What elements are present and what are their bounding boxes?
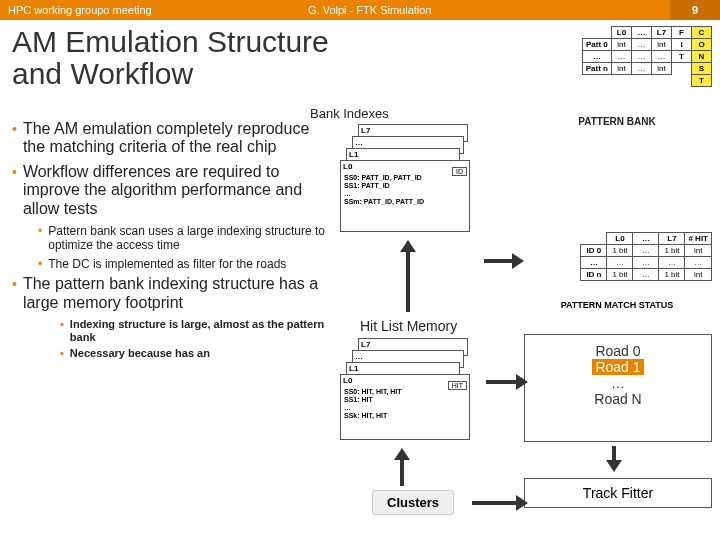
pm-row-dots: … xyxy=(581,257,607,269)
pb-row-dots: … xyxy=(582,51,611,63)
layer-l1: L1 xyxy=(349,150,358,159)
pm-cell: … xyxy=(633,269,659,281)
pb-col-dots: … xyxy=(632,27,652,39)
track-fitter-box: Track Fitter xyxy=(524,478,712,508)
pb-cell: int xyxy=(612,63,632,75)
ss-line: SS0: PATT_ID, PATT_ID xyxy=(344,174,466,182)
pm-col-l0: L0 xyxy=(607,233,633,245)
arrow-up-icon xyxy=(394,448,410,460)
pb-cell: … xyxy=(632,39,652,51)
pm-cell: 1 bit xyxy=(659,245,685,257)
layer-l0: L0 xyxy=(343,376,352,385)
pb-cell: int xyxy=(612,39,632,51)
title-line2: and Workflow xyxy=(12,57,193,90)
road-1: Road 1 xyxy=(592,359,643,375)
bullet-dot-icon: • xyxy=(12,275,17,312)
pm-cell: 1 bit xyxy=(607,245,633,257)
pm-cell: … xyxy=(633,245,659,257)
pattern-match-status-table: L0 … L7 # HIT ID 0 1 bit … 1 bit int … …… xyxy=(580,232,712,281)
pb-col-f: F xyxy=(672,27,692,39)
bullet-dot-icon: • xyxy=(60,318,64,344)
pb-col-s: S xyxy=(692,63,712,75)
pb-cell: int xyxy=(652,63,672,75)
bullet-3: The pattern bank indexing structure has … xyxy=(23,275,327,312)
pb-cell: … xyxy=(632,51,652,63)
header-bar: HPC working groupo meeting G. Volpi - FT… xyxy=(0,0,720,20)
pm-cell: … xyxy=(659,257,685,269)
clusters-box: Clusters xyxy=(372,490,454,515)
bullet-dot-icon: • xyxy=(12,163,17,218)
pm-col-dots: … xyxy=(633,233,659,245)
ss-line: SS1: PATT_ID xyxy=(344,182,466,190)
road-0: Road 0 xyxy=(525,343,711,359)
arrow-right-icon xyxy=(512,253,524,269)
ss-hit-list: SS0: HIT, HIT, HIT SS1: HIT … SSk: HIT, … xyxy=(344,388,466,420)
pb-col-c: C xyxy=(692,27,712,39)
pb-cell: int xyxy=(652,39,672,51)
arrow-up-icon xyxy=(400,240,416,252)
pattern-match-status-label: PATTERN MATCH STATUS xyxy=(522,300,712,310)
pb-col-t: T xyxy=(672,51,692,63)
title-line1: AM Emulation Structure xyxy=(12,25,329,58)
arrow-right-icon xyxy=(516,495,528,511)
header-center: G. Volpi - FTK Simulation xyxy=(228,4,712,16)
ss-line: SS0: HIT, HIT, HIT xyxy=(344,388,466,396)
bullet-dot-icon: • xyxy=(60,347,64,360)
subsub-1: Indexing structure is large, almost as t… xyxy=(70,318,327,344)
pb-col-l0: L0 xyxy=(612,27,632,39)
bullet-2: Workflow differences are required to imp… xyxy=(23,163,327,218)
bullet-dot-icon: • xyxy=(12,120,17,157)
road-n: Road N xyxy=(525,391,711,407)
layer-l7: L7 xyxy=(361,340,370,349)
pb-col-o: O xyxy=(692,39,712,51)
layer-l1: L1 xyxy=(349,364,358,373)
body-text: • The AM emulation completely reproduce … xyxy=(12,120,327,363)
pm-col-nhit: # HIT xyxy=(685,233,712,245)
pattern-bank-table: L0 … L7 F C Patt 0 int … int I O … … … …… xyxy=(582,26,712,87)
bank-indexes-label: Bank Indexes xyxy=(310,106,389,121)
pm-cell: … xyxy=(685,257,712,269)
sub-bullet-1: Pattern bank scan uses a large indexing … xyxy=(48,224,327,253)
pb-col-t2: T xyxy=(692,75,712,87)
pm-row-idn: ID n xyxy=(581,269,607,281)
pm-cell: int xyxy=(685,269,712,281)
layer-l0: L0 xyxy=(343,162,352,171)
ss-line: SS1: HIT xyxy=(344,396,466,404)
pb-col-n: N xyxy=(692,51,712,63)
pb-col-i: I xyxy=(672,39,692,51)
pb-row-pattn: Patt n xyxy=(582,63,611,75)
pm-cell: 1 bit xyxy=(607,269,633,281)
arrow-right-icon xyxy=(516,374,528,390)
page-number: 9 xyxy=(670,0,720,20)
arrow-down-icon xyxy=(606,460,622,472)
ss-line: … xyxy=(344,404,466,412)
pm-cell: int xyxy=(685,245,712,257)
hit-list-memory-label: Hit List Memory xyxy=(360,318,457,334)
pb-cell: … xyxy=(612,51,632,63)
bullet-dot-icon: • xyxy=(38,257,42,271)
arrow-stem xyxy=(406,252,410,312)
pb-cell: … xyxy=(632,63,652,75)
pb-cell: … xyxy=(652,51,672,63)
bullet-1: The AM emulation completely reproduce th… xyxy=(23,120,327,157)
slide-title: AM Emulation Structure and Workflow xyxy=(12,26,329,89)
ss-list: SS0: PATT_ID, PATT_ID SS1: PATT_ID … SSm… xyxy=(344,174,466,206)
pm-row-id0: ID 0 xyxy=(581,245,607,257)
header-left: HPC working groupo meeting xyxy=(8,4,228,16)
arrow-stem xyxy=(400,460,404,486)
pb-row-patt0: Patt 0 xyxy=(582,39,611,51)
pm-col-l7: L7 xyxy=(659,233,685,245)
pattern-bank-label: PATTERN BANK xyxy=(522,116,712,127)
sub-bullet-2: The DC is implemented as filter for the … xyxy=(48,257,286,271)
pm-cell: 1 bit xyxy=(659,269,685,281)
subsub-2: Necessary because has an xyxy=(70,347,210,360)
pb-col-l7: L7 xyxy=(652,27,672,39)
ss-line: SSm: PATT_ID, PATT_ID xyxy=(344,198,466,206)
bullet-dot-icon: • xyxy=(38,224,42,253)
layer-l7: L7 xyxy=(361,126,370,135)
ss-line: SSk: HIT, HIT xyxy=(344,412,466,420)
ss-line: … xyxy=(344,190,466,198)
road-dots: … xyxy=(525,375,711,391)
pm-cell: … xyxy=(633,257,659,269)
pm-cell: … xyxy=(607,257,633,269)
